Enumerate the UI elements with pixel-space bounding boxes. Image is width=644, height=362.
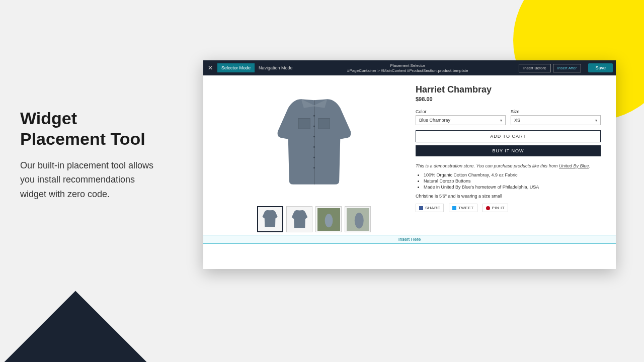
buy-now-button[interactable]: BUY IT NOW [416,145,601,156]
placement-selector-title: Placement Selector [300,63,516,68]
svg-point-11 [354,213,363,229]
selector-mode-button[interactable]: Selector Mode [217,63,255,72]
insert-after-button[interactable]: Insert After [553,64,582,72]
svg-point-2 [313,136,314,137]
marketing-body: Our built-in placement tool allows you i… [20,158,161,202]
navigation-mode-button[interactable]: Navigation Mode [255,63,297,72]
share-pinterest-button[interactable]: PIN IT [482,204,509,212]
size-label: Size [511,109,601,114]
product-preview: Harriet Chambray $98.00 Color Blue Chamb… [203,75,616,235]
product-main-image [256,81,372,202]
color-option: Color Blue Chambray ▾ [416,109,506,125]
css-path-breadcrumb: #PageContainer > #MainContent #ProductSe… [300,68,516,73]
chevron-down-icon: ▾ [595,118,597,123]
size-select[interactable]: XS ▾ [511,115,601,125]
feature-list: 100% Organic Cotton Chambray, 4.9 oz Fab… [424,172,601,190]
svg-point-0 [313,115,314,117]
insert-before-button[interactable]: Insert Before [519,64,551,72]
close-icon[interactable]: ✕ [206,64,214,72]
product-price: $98.00 [416,96,601,102]
mode-toggle: Selector Mode Navigation Mode [217,63,297,72]
demo-store-note: This is a demonstration store. You can p… [416,163,601,168]
placement-toolbar: ✕ Selector Mode Navigation Mode Placemen… [203,60,616,75]
thumbnail-1[interactable] [257,206,283,232]
svg-point-1 [313,125,314,127]
insert-position-group: Insert Before Insert After [519,64,582,72]
size-select-value: XS [514,118,520,123]
color-select[interactable]: Blue Chambray ▾ [416,115,506,125]
pinterest-icon [486,206,490,210]
share-twitter-button[interactable]: TWEET [449,204,477,212]
svg-point-4 [313,156,314,158]
thumbnail-2[interactable] [286,206,312,232]
size-option: Size XS ▾ [511,109,601,125]
decorative-dark-diamond [5,291,147,362]
add-to-cart-button[interactable]: ADD TO CART [416,130,601,142]
svg-point-5 [313,167,314,168]
chevron-down-icon: ▾ [500,118,502,123]
color-label: Color [416,109,506,114]
svg-rect-6 [298,118,310,129]
brand-link[interactable]: United By Blue [559,163,589,168]
marketing-heading: Widget Placement Tool [20,108,161,149]
shirt-illustration [262,87,366,196]
svg-point-3 [313,146,314,148]
list-item: Natural Corozo Buttons [424,178,601,184]
toolbar-center-info: Placement Selector #PageContainer > #Mai… [300,63,516,73]
product-gallery [213,81,415,235]
list-item: 100% Organic Cotton Chambray, 4.9 oz Fab… [424,172,601,177]
product-title: Harriet Chambray [416,84,601,95]
save-button[interactable]: Save [588,63,613,72]
marketing-copy: Widget Placement Tool Our built-in place… [20,108,161,202]
thumbnail-4[interactable] [345,206,371,232]
twitter-icon [452,206,456,210]
variant-options: Color Blue Chambray ▾ Size XS ▾ [416,109,601,125]
thumbnail-row [257,206,371,232]
product-details: Harriet Chambray $98.00 Color Blue Chamb… [415,81,606,235]
list-item: Made in United By Blue's hometown of Phi… [424,185,601,190]
color-select-value: Blue Chambray [419,118,450,123]
thumbnail-3[interactable] [315,206,342,232]
svg-rect-7 [318,118,330,129]
social-share-row: SHARE TWEET PIN IT [416,204,601,212]
placement-tool-window: ✕ Selector Mode Navigation Mode Placemen… [203,60,616,269]
preview-whitespace [203,244,616,269]
model-fit-note: Christine is 5'6" and is wearing a size … [416,194,601,199]
facebook-icon [419,206,423,210]
insert-here-marker[interactable]: Insert Here [203,235,616,244]
share-facebook-button[interactable]: SHARE [416,204,444,212]
svg-point-9 [325,214,333,227]
